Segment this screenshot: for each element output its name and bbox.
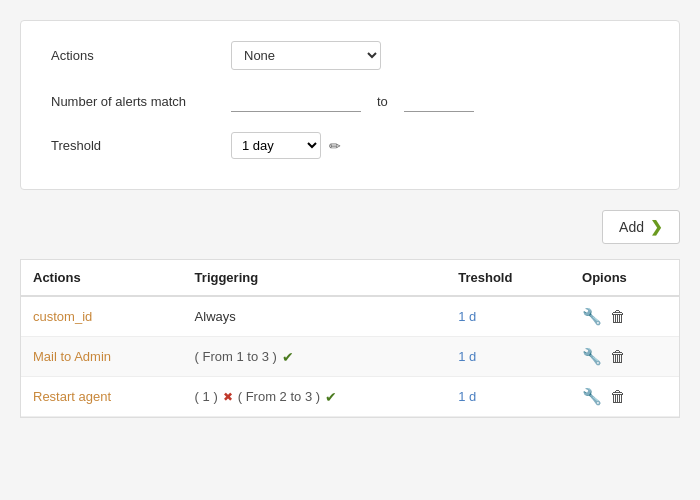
to-label: to — [377, 94, 388, 109]
options-cell: 🔧🗑 — [570, 337, 679, 377]
check-icon: ✔ — [325, 389, 337, 405]
action-cell: custom_id — [21, 296, 183, 337]
trash-icon[interactable]: 🗑 — [610, 308, 626, 326]
actions-control: None Mail Custom Command — [231, 41, 381, 70]
triggering-cell: Always — [183, 296, 447, 337]
triggering-text: Always — [195, 309, 236, 324]
threshold-cell: 1 d — [446, 337, 570, 377]
threshold-cell: 1 d — [446, 296, 570, 337]
threshold-value: 1 d — [458, 349, 476, 364]
add-section: Add ❯ — [20, 210, 680, 244]
table-row: Restart agent( 1 )✖( From 2 to 3 )✔1 d🔧🗑 — [21, 377, 679, 417]
check-icon: ✔ — [282, 349, 294, 365]
col-header-threshold: Treshold — [446, 260, 570, 296]
form-panel: Actions None Mail Custom Command Number … — [20, 20, 680, 190]
alerts-to-input[interactable] — [404, 90, 474, 112]
actions-label: Actions — [51, 48, 231, 63]
threshold-label: Treshold — [51, 138, 231, 153]
action-link[interactable]: Mail to Admin — [33, 349, 111, 364]
trash-icon[interactable]: 🗑 — [610, 388, 626, 406]
wrench-icon[interactable]: 🔧 — [582, 387, 602, 406]
actions-row: Actions None Mail Custom Command — [51, 41, 649, 70]
wrench-icon[interactable]: 🔧 — [582, 347, 602, 366]
action-cell: Restart agent — [21, 377, 183, 417]
threshold-cell: 1 d — [446, 377, 570, 417]
alerts-row: Number of alerts match to — [51, 90, 649, 112]
options-cell: 🔧🗑 — [570, 377, 679, 417]
wrench-icon[interactable]: 🔧 — [582, 307, 602, 326]
alerts-label: Number of alerts match — [51, 94, 231, 109]
col-header-options: Opions — [570, 260, 679, 296]
pencil-icon[interactable]: ✏ — [329, 138, 341, 154]
trigger-paren: ( From 1 to 3 ) — [195, 349, 277, 364]
col-header-triggering: Triggering — [183, 260, 447, 296]
threshold-select[interactable]: 1 day 2 days 7 days 30 days — [231, 132, 321, 159]
trash-icon[interactable]: 🗑 — [610, 348, 626, 366]
alerts-control: to — [231, 90, 474, 112]
table-header-row: Actions Triggering Treshold Opions — [21, 260, 679, 296]
add-button[interactable]: Add ❯ — [602, 210, 680, 244]
main-container: Actions None Mail Custom Command Number … — [0, 0, 700, 438]
action-cell: Mail to Admin — [21, 337, 183, 377]
col-header-actions: Actions — [21, 260, 183, 296]
actions-select[interactable]: None Mail Custom Command — [231, 41, 381, 70]
threshold-value: 1 d — [458, 389, 476, 404]
add-chevron-icon: ❯ — [650, 218, 663, 236]
table-row: custom_idAlways1 d🔧🗑 — [21, 296, 679, 337]
threshold-value: 1 d — [458, 309, 476, 324]
actions-table: Actions Triggering Treshold Opions custo… — [21, 260, 679, 417]
triggering-cell: ( 1 )✖( From 2 to 3 )✔ — [183, 377, 447, 417]
triggering-cell: ( From 1 to 3 )✔ — [183, 337, 447, 377]
threshold-row: Treshold 1 day 2 days 7 days 30 days ✏ — [51, 132, 649, 159]
cross-icon: ✖ — [223, 390, 233, 404]
table-container: Actions Triggering Treshold Opions custo… — [20, 259, 680, 418]
action-link[interactable]: custom_id — [33, 309, 92, 324]
trigger-paren: ( From 2 to 3 ) — [238, 389, 320, 404]
action-link[interactable]: Restart agent — [33, 389, 111, 404]
trigger-paren: ( 1 ) — [195, 389, 218, 404]
threshold-control: 1 day 2 days 7 days 30 days ✏ — [231, 132, 341, 159]
table-row: Mail to Admin( From 1 to 3 )✔1 d🔧🗑 — [21, 337, 679, 377]
add-button-label: Add — [619, 219, 644, 235]
options-cell: 🔧🗑 — [570, 296, 679, 337]
alerts-from-input[interactable] — [231, 90, 361, 112]
